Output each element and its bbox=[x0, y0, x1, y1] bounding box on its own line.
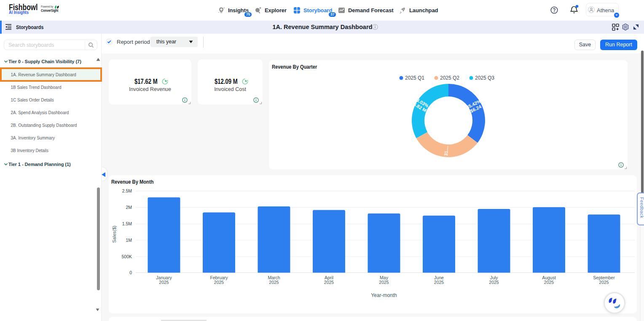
svg-text:2.5M: 2.5M bbox=[122, 188, 132, 193]
svg-text:2025: 2025 bbox=[434, 280, 444, 285]
svg-text:Sales($): Sales($) bbox=[112, 225, 117, 243]
svg-text:2025: 2025 bbox=[324, 280, 334, 285]
svg-text:0: 0 bbox=[129, 270, 132, 275]
svg-text:2025 Q3: 2025 Q3 bbox=[475, 75, 494, 81]
svg-text:1.5M: 1.5M bbox=[122, 221, 132, 226]
svg-text:Year-month: Year-month bbox=[371, 292, 397, 298]
svg-text:2025: 2025 bbox=[214, 280, 224, 285]
svg-text:2M: 2M bbox=[126, 205, 132, 210]
svg-text:2025: 2025 bbox=[544, 280, 554, 285]
svg-text:500K: 500K bbox=[121, 254, 132, 259]
svg-text:31....: 31.... bbox=[443, 145, 449, 156]
svg-text:2025: 2025 bbox=[379, 280, 389, 285]
svg-text:2025: 2025 bbox=[489, 280, 499, 285]
svg-text:1M: 1M bbox=[126, 237, 132, 242]
svg-text:2025 Q1: 2025 Q1 bbox=[405, 75, 424, 81]
svg-text:2025: 2025 bbox=[269, 280, 279, 285]
svg-text:2025: 2025 bbox=[159, 280, 169, 285]
svg-text:2025: 2025 bbox=[599, 280, 609, 285]
svg-text:2025 Q2: 2025 Q2 bbox=[440, 75, 459, 81]
